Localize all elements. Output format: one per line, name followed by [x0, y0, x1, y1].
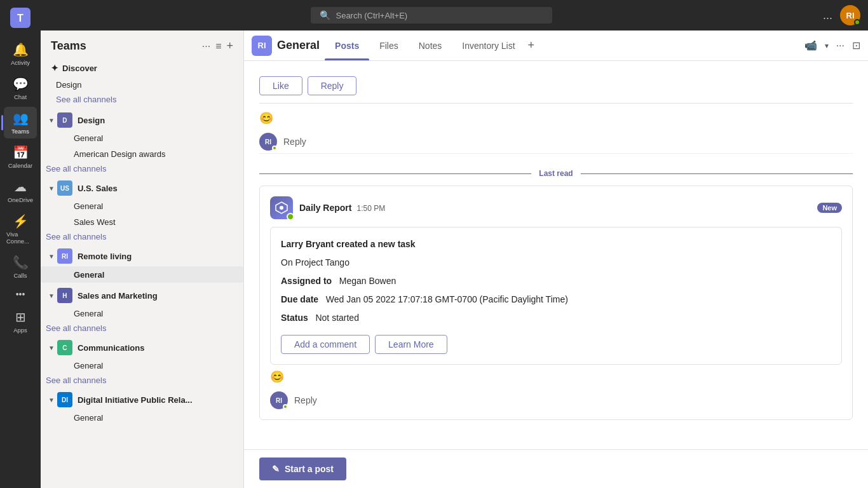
team-header-salesmarketing[interactable]: ▼ H Sales and Marketing: [41, 285, 243, 306]
channel-item-di-general[interactable]: General: [41, 410, 243, 426]
user-initials: RI: [846, 11, 855, 20]
sidebar-item-calendar[interactable]: 📅 Calendar: [4, 141, 37, 173]
sidebar-item-chat[interactable]: 💬 Chat: [4, 72, 37, 104]
reply-button[interactable]: Reply: [308, 76, 357, 95]
start-post-icon: ✎: [272, 464, 280, 474]
svg-text:T: T: [17, 13, 24, 24]
calendar-label: Calendar: [8, 162, 33, 169]
icon-rail: T 🔔 Activity 💬 Chat 👥 Teams 📅 Calendar ☁…: [0, 0, 41, 488]
channel-label: General: [74, 133, 238, 143]
user-avatar[interactable]: RI: [840, 5, 860, 25]
channel-topbar: RI General Posts Files Notes: [244, 30, 868, 61]
start-post-button[interactable]: ✎ Start a post: [259, 458, 346, 480]
learn-more-button[interactable]: Learn More: [375, 335, 447, 354]
sidebar-more-icon[interactable]: ···: [202, 41, 210, 52]
reply-label: Reply: [294, 395, 317, 405]
teams-icon: 👥: [13, 111, 29, 126]
last-read-line-left: [259, 173, 531, 174]
channel-label: General: [74, 361, 238, 370]
activity-icon: 🔔: [13, 42, 29, 57]
like-button[interactable]: Like: [259, 76, 302, 95]
sender-info: Daily Report 1:50 PM: [299, 203, 385, 213]
search-placeholder: Search (Ctrl+Alt+E): [336, 11, 407, 20]
teams-label: Teams: [11, 128, 29, 135]
team-section-di: ▼ DI Digital Initiative Public Rela... G…: [41, 388, 243, 427]
sidebar-add-icon[interactable]: +: [226, 39, 233, 53]
more-icon: •••: [16, 289, 25, 299]
more-options-icon[interactable]: ···: [836, 40, 844, 51]
previous-post-stub: Like Reply 😊 RI: [259, 71, 853, 154]
emoji-reaction-icon[interactable]: 😊: [270, 370, 284, 384]
expand-icon[interactable]: ⊡: [852, 39, 860, 51]
channel-label: Sales West: [74, 217, 238, 227]
discover-header: ✦ Discover: [51, 63, 233, 73]
channel-item-sm-general[interactable]: General: [41, 306, 243, 322]
sidebar-item-activity[interactable]: 🔔 Activity: [4, 38, 37, 70]
status-dot: [283, 404, 288, 409]
discover-design[interactable]: Design: [51, 77, 233, 93]
chat-icon: 💬: [13, 76, 29, 92]
teams-logo: T: [10, 8, 31, 30]
team-header-ussales[interactable]: ▼ US U.S. Sales: [41, 178, 243, 198]
sidebar-item-apps[interactable]: ⊞ Apps: [4, 306, 37, 337]
search-bar[interactable]: 🔍 Search (Ctrl+Alt+E): [311, 7, 552, 24]
channel-label: General: [74, 309, 238, 318]
sm-see-all[interactable]: See all channels: [41, 322, 243, 335]
channel-title: General: [277, 39, 320, 52]
tab-posts[interactable]: Posts: [325, 30, 369, 60]
reply-row-post[interactable]: RI Reply: [270, 386, 842, 409]
add-tab-button[interactable]: +: [526, 39, 538, 52]
more-options-icon[interactable]: ...: [823, 9, 832, 22]
team-expand-icon: ▼: [48, 344, 55, 351]
reply-avatar: RI: [259, 133, 277, 151]
team-header-comms[interactable]: ▼ C Communications: [41, 337, 243, 358]
sidebar-item-onedrive[interactable]: ☁ OneDrive: [4, 175, 37, 207]
team-header-design[interactable]: ▼ D Design: [41, 110, 243, 130]
svg-point-3: [280, 206, 283, 210]
task-status-value: Not started: [315, 313, 358, 323]
sidebar-item-viva[interactable]: ⚡ Viva Conne...: [4, 210, 37, 248]
channel-item-design-awards[interactable]: American Design awards: [41, 146, 243, 162]
ussales-see-all[interactable]: See all channels: [41, 230, 243, 243]
reply-avatar: RI: [270, 391, 288, 409]
add-comment-button[interactable]: Add a comment: [281, 335, 370, 354]
sidebar-title: Teams: [51, 39, 86, 53]
channel-item-comms-general[interactable]: General: [41, 358, 243, 374]
emoji-reaction-icon[interactable]: 😊: [259, 111, 273, 125]
team-header-remote[interactable]: ▼ RI Remote living: [41, 246, 243, 266]
team-header-di[interactable]: ▼ DI Digital Initiative Public Rela...: [41, 390, 243, 410]
sidebar-item-calls[interactable]: 📞 Calls: [4, 251, 37, 283]
channel-label: General: [74, 270, 231, 280]
team-expand-icon: ▼: [48, 253, 55, 260]
task-assigned-label: Assigned to: [281, 276, 332, 286]
tab-posts-label: Posts: [335, 41, 359, 51]
tab-inventory[interactable]: Inventory List: [452, 30, 525, 60]
team-name-ussales: U.S. Sales: [78, 184, 238, 193]
video-call-icon[interactable]: 📹: [804, 39, 817, 51]
channel-item-design-general[interactable]: General: [41, 130, 243, 146]
task-project-label: On Project Tango: [281, 257, 349, 268]
team-expand-icon: ▼: [48, 396, 55, 403]
viva-icon: ⚡: [13, 214, 29, 229]
calendar-icon: 📅: [13, 145, 29, 160]
team-avatar-salesmarketing: H: [57, 288, 72, 303]
sidebar-filter-icon[interactable]: ≡: [215, 41, 221, 52]
viva-label: Viva Conne...: [6, 231, 34, 245]
tab-files[interactable]: Files: [369, 30, 409, 60]
topbar-tabs: Posts Files Notes Inventory List +: [325, 30, 799, 60]
channel-item-ussales-west[interactable]: Sales West: [41, 214, 243, 230]
discover-label: Discover: [62, 64, 97, 73]
reply-row-previous[interactable]: RI Reply: [259, 128, 853, 151]
chevron-down-icon[interactable]: ▾: [825, 41, 829, 50]
calls-label: Calls: [13, 272, 27, 279]
discover-see-all[interactable]: See all channels: [51, 93, 233, 106]
tab-notes[interactable]: Notes: [409, 30, 452, 60]
sidebar-item-teams[interactable]: 👥 Teams: [4, 107, 37, 139]
design-see-all[interactable]: See all channels: [41, 162, 243, 175]
comms-see-all[interactable]: See all channels: [41, 374, 243, 387]
sidebar-item-more[interactable]: •••: [4, 285, 37, 303]
team-name-di: Digital Initiative Public Rela...: [78, 395, 238, 405]
channel-item-remote-general[interactable]: General ···: [41, 266, 243, 283]
channel-item-ussales-general[interactable]: General: [41, 198, 243, 214]
team-avatar-ussales: US: [57, 180, 72, 196]
